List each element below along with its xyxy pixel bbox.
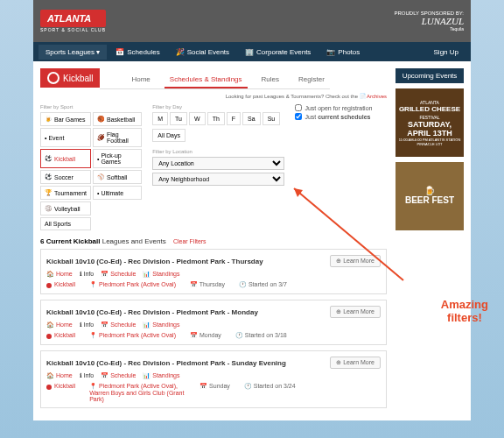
card-tab-standings[interactable]: 📊 Standings [143, 271, 179, 278]
current-schedules-checkbox[interactable] [295, 113, 302, 120]
page-title: Kickball [40, 68, 100, 88]
sport-kickball[interactable]: ⚽Kickball [40, 149, 91, 168]
card-sport: Kickball [46, 281, 75, 288]
card-title: Kickball 10v10 (Co-Ed) - Rec Division - … [46, 258, 263, 265]
sport-flag-football[interactable]: 🏈Flag Football [93, 128, 142, 147]
sponsor-block: PROUDLY SPONSORED BY: LUNAZUL Tequila [395, 11, 464, 32]
sport-event[interactable]: •Event [40, 128, 91, 147]
card-tab-standings[interactable]: 📊 Standings [143, 372, 179, 379]
card-tab-schedule[interactable]: 📅 Schedule [101, 321, 136, 328]
learn-more-button[interactable]: ⊕ Learn More [330, 306, 381, 318]
learn-more-button[interactable]: ⊕ Learn More [330, 357, 381, 369]
open-registration-checkbox[interactable] [295, 104, 302, 111]
filter-sport-label: Filter by Sport [40, 104, 142, 110]
sport-tournament[interactable]: 🏆Tournament [40, 186, 91, 200]
card-sport: Kickball [46, 383, 75, 390]
results-header: 6 Current Kickball Current Kickball Leag… [40, 237, 387, 245]
card-tab-info[interactable]: ℹ Info [80, 321, 94, 328]
ad-grilled-cheese[interactable]: ATLANTA GRILLED CHEESE FESTIVAL SATURDAY… [396, 88, 464, 157]
all-days-button[interactable]: All Days [152, 129, 186, 142]
sport-volleyball[interactable]: 🏐Volleyball [40, 201, 91, 215]
card-sport: Kickball [46, 332, 75, 339]
league-card: Kickball 10v10 (Co-Ed) - Rec Division - … [40, 350, 387, 408]
nav-social-events[interactable]: 🎉Social Events [169, 45, 236, 60]
clear-filters[interactable]: Clear Filters [173, 238, 206, 244]
league-card: Kickball 10v10 (Co-Ed) - Rec Division - … [40, 300, 387, 345]
sport-bar-games[interactable]: 🍺Bar Games [40, 112, 91, 126]
filter-location-label: Filter by Location [152, 149, 284, 154]
location-select[interactable]: Any Location [152, 157, 284, 170]
card-start: 🕐 Started on 3/7 [239, 281, 287, 288]
card-day: 📅 Sunday [200, 383, 230, 390]
league-card: Kickball 10v10 (Co-Ed) - Rec Division - … [40, 249, 387, 294]
ad-beer-fest[interactable]: 🍺BEER FEST [396, 162, 464, 230]
main-nav: Sports Leagues ▾📅Schedules🎉Social Events… [33, 42, 471, 61]
card-tab-info[interactable]: ℹ Info [80, 271, 94, 278]
day-w[interactable]: W [189, 112, 206, 125]
tab-rules[interactable]: Rules [256, 72, 284, 88]
card-title: Kickball 10v10 (Co-Ed) - Rec Division - … [46, 359, 286, 367]
nav-sign-up[interactable]: Sign Up [427, 45, 466, 60]
neighborhood-select[interactable]: Any Neighborhood [152, 173, 284, 186]
card-start: 🕐 Started on 3/18 [235, 332, 287, 339]
sport-pick-up-games[interactable]: •Pick-up Games [93, 149, 142, 168]
card-tab-schedule[interactable]: 📅 Schedule [101, 271, 136, 278]
nav-photos[interactable]: 📷Photos [319, 45, 367, 60]
card-tab-schedule[interactable]: 📅 Schedule [101, 372, 136, 379]
nav-corporate-events[interactable]: 🏢Corporate Events [238, 45, 318, 60]
card-start: 🕐 Started on 3/24 [244, 383, 296, 390]
card-location[interactable]: 📍 Piedmont Park (Active Oval) [89, 281, 176, 288]
day-f[interactable]: F [227, 112, 241, 125]
card-title: Kickball 10v10 (Co-Ed) - Rec Division - … [46, 308, 258, 316]
learn-more-button[interactable]: ⊕ Learn More [330, 255, 381, 267]
nav-schedules[interactable]: 📅Schedules [108, 45, 166, 60]
day-m[interactable]: M [152, 112, 168, 125]
sport-soccer[interactable]: ⚽Soccer [40, 170, 91, 184]
card-tab-home[interactable]: 🏠 Home [46, 321, 73, 328]
tab-schedules-standings[interactable]: Schedules & Standings [164, 72, 248, 88]
tab-register[interactable]: Register [293, 72, 330, 88]
archive-note: Looking for past Leagues & Tournaments? … [40, 93, 387, 99]
sub-tabs: HomeSchedules & StandingsRulesRegister [100, 72, 329, 89]
sport-basketball[interactable]: 🏀Basketball [93, 112, 142, 126]
archives-link[interactable]: Archives [367, 94, 387, 99]
nav-sports-leagues-[interactable]: Sports Leagues ▾ [38, 45, 107, 60]
logo[interactable]: ATLANTA SPORT & SOCIAL CLUB [40, 10, 106, 32]
sport-softball[interactable]: ⚾Softball [93, 170, 142, 184]
day-th[interactable]: Th [207, 112, 225, 125]
card-location[interactable]: 📍 Piedmont Park (Active Oval), Warren Bo… [89, 383, 186, 402]
card-tab-home[interactable]: 🏠 Home [46, 372, 73, 379]
upcoming-events-button[interactable]: Upcoming Events [396, 68, 464, 83]
card-day: 📅 Thursday [190, 281, 225, 288]
day-sa[interactable]: Sa [242, 112, 261, 125]
card-tab-standings[interactable]: 📊 Standings [143, 321, 179, 328]
sport-ultimate[interactable]: •Ultimate [93, 186, 142, 200]
card-tab-info[interactable]: ℹ Info [80, 372, 94, 379]
header: ATLANTA SPORT & SOCIAL CLUB PROUDLY SPON… [33, 0, 471, 42]
card-day: 📅 Monday [190, 332, 221, 339]
tab-home[interactable]: Home [126, 72, 155, 88]
card-location[interactable]: 📍 Piedmont Park (Active Oval) [89, 332, 176, 339]
day-tu[interactable]: Tu [170, 112, 187, 125]
day-su[interactable]: Su [262, 112, 281, 125]
all-sports-button[interactable]: All Sports [40, 217, 91, 230]
card-tab-home[interactable]: 🏠 Home [46, 271, 73, 278]
filter-day-label: Filter by Day [152, 104, 284, 110]
